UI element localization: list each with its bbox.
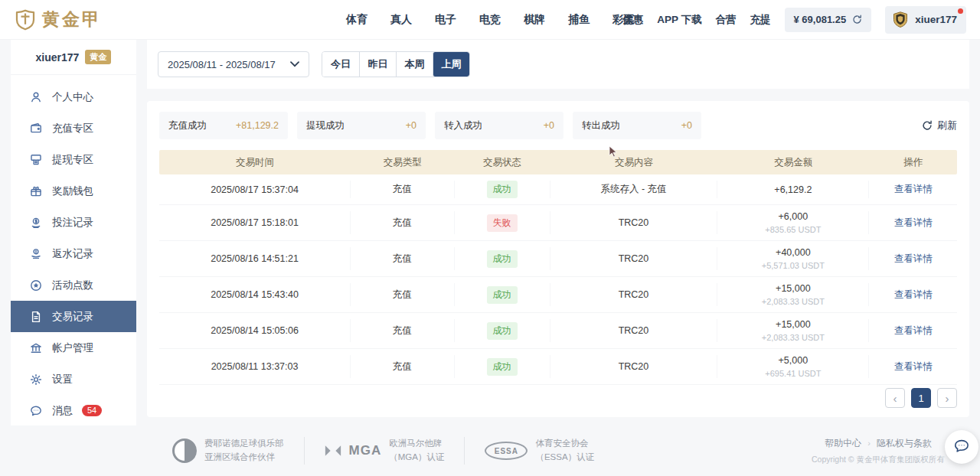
prev-page-button[interactable]: ‹: [885, 388, 905, 408]
sidebar-user: xiuer177 黄金: [11, 40, 136, 75]
status-badge: 失败: [487, 214, 518, 232]
partner-text: 亚洲区域合作伙伴: [204, 451, 284, 465]
refresh-label: 刷新: [937, 119, 957, 132]
view-details-link[interactable]: 查看详情: [894, 324, 933, 337]
cell-amount: +15,000 +2,083.33 USDT: [717, 283, 869, 306]
table-header: 交易时间 交易类型 交易状态 交易内容 交易金额 操作: [159, 150, 957, 174]
summary-value: +0: [406, 120, 416, 131]
sidebar-item-label: 活动点数: [52, 279, 93, 292]
sidebar-item-deposit[interactable]: 充值专区: [11, 112, 136, 144]
refresh-button[interactable]: 刷新: [922, 119, 957, 132]
view-details-link[interactable]: 查看详情: [894, 253, 933, 266]
amount-usdt-sub: +835.65 USDT: [765, 225, 821, 234]
date-range-picker[interactable]: 2025/08/11 - 2025/08/17: [158, 51, 309, 77]
sidebar-item-personal-center[interactable]: 个人中心: [11, 81, 136, 112]
top-bar: 黄金甲 体育 真人 电子 电竞 棋牌 捕鱼 彩票 优惠 APP 下载 合营 充提…: [0, 0, 980, 40]
sidebar-item-settings[interactable]: 设置: [11, 364, 136, 395]
summary-label: 转入成功: [444, 119, 482, 132]
nav-cards[interactable]: 棋牌: [524, 13, 545, 27]
vip-level-badge: 黄金: [85, 50, 111, 64]
tab-this-week[interactable]: 本周: [396, 52, 433, 77]
gear-icon: [29, 373, 43, 386]
logo-text: 黄金甲: [42, 8, 102, 31]
sidebar-item-withdraw[interactable]: 提现专区: [11, 144, 136, 175]
nav-lottery[interactable]: 彩票: [612, 13, 634, 27]
summary-card-deposit-success: 充值成功 +81,129.2: [159, 112, 288, 139]
document-icon: [29, 310, 43, 324]
pagination: ‹ 1 ›: [885, 388, 957, 408]
partner-text: 欧洲马尔他牌: [389, 437, 444, 451]
link-affiliate[interactable]: 合营: [716, 13, 737, 27]
sidebar-item-rebate-records[interactable]: 返水记录: [11, 238, 136, 269]
partner-text: （ESSA）认证: [535, 451, 594, 465]
next-page-button[interactable]: ›: [937, 388, 957, 408]
table-row: 2025/08/16 14:51:21 充值 成功 TRC20 +40,000 …: [159, 241, 957, 277]
sidebar-item-bet-records[interactable]: 投注记录: [11, 207, 136, 238]
view-details-link[interactable]: 查看详情: [894, 217, 933, 230]
footer-right: 帮助中心 › 隐私权与条款 Copyright © 黄金甲体育集团版权所有: [812, 437, 945, 465]
sidebar-item-label: 返水记录: [52, 247, 93, 261]
cell-content: 系统存入 - 充值: [550, 181, 718, 198]
view-details-link[interactable]: 查看详情: [894, 360, 933, 373]
date-range-value: 2025/08/11 - 2025/08/17: [168, 59, 276, 70]
cell-amount: +6,129.2: [717, 181, 869, 198]
nav-esports[interactable]: 电竞: [479, 13, 501, 27]
cell-content: TRC20: [550, 319, 718, 342]
view-details-link[interactable]: 查看详情: [894, 289, 933, 302]
cell-type: 充值: [351, 319, 454, 342]
balance-pill[interactable]: ¥ 69,081.25: [785, 8, 872, 32]
summary-card-withdraw-success: 提现成功 +0: [297, 112, 426, 139]
view-details-link[interactable]: 查看详情: [894, 183, 933, 196]
nav-slots[interactable]: 电子: [435, 13, 456, 27]
user-menu[interactable]: xiuer177: [885, 6, 966, 34]
sidebar-item-transaction-records[interactable]: 交易记录: [11, 301, 136, 332]
link-app-download[interactable]: APP 下载: [657, 13, 701, 27]
summary-value: +81,129.2: [236, 120, 279, 131]
tab-last-week[interactable]: 上周: [433, 52, 469, 77]
link-deposit-withdraw[interactable]: 充提: [750, 13, 771, 27]
status-badge: 成功: [487, 322, 518, 340]
cell-type: 充值: [351, 355, 454, 378]
sidebar-item-account-management[interactable]: 帐户管理: [11, 332, 136, 364]
privacy-terms-link[interactable]: 隐私权与条款: [877, 437, 932, 450]
sidebar-item-reward-wallet[interactable]: 奖励钱包: [11, 175, 136, 207]
summary-label: 充值成功: [168, 119, 207, 132]
gift-icon: [29, 184, 43, 198]
tab-today[interactable]: 今日: [322, 52, 359, 77]
tab-yesterday[interactable]: 昨日: [359, 52, 396, 77]
page-1-button[interactable]: 1: [911, 388, 931, 408]
cell-action: 查看详情: [869, 181, 957, 198]
copyright-text: Copyright © 黄金甲体育集团版权所有: [812, 455, 945, 465]
amount-usdt-sub: +2,083.33 USDT: [762, 333, 825, 342]
refresh-balance-icon[interactable]: [852, 15, 862, 24]
sidebar-item-messages[interactable]: 消息 54: [11, 395, 136, 426]
sidebar-item-activity-points[interactable]: 活动点数: [11, 269, 136, 301]
star-circle-icon: [29, 279, 43, 292]
main-content: 2025/08/11 - 2025/08/17 今日 昨日 本周 上周 充值成功…: [147, 40, 969, 417]
site-logo[interactable]: 黄金甲: [14, 8, 102, 31]
help-center-link[interactable]: 帮助中心: [825, 437, 861, 450]
amount-main: +5,000: [779, 355, 808, 366]
partner-essa: ESSA 体育安全协会 （ESSA）认证: [465, 437, 614, 465]
cell-content: TRC20: [550, 355, 718, 378]
nav-fishing[interactable]: 捕鱼: [568, 13, 590, 27]
status-badge: 成功: [487, 181, 518, 198]
cell-content: TRC20: [550, 247, 718, 270]
sidebar-username: xiuer177: [36, 51, 80, 64]
customer-service-chat-button[interactable]: [945, 430, 978, 464]
cell-status: 成功: [455, 283, 550, 306]
nav-sports[interactable]: 体育: [346, 13, 368, 27]
cell-time: 2025/08/11 13:37:03: [159, 355, 351, 378]
status-badge: 成功: [487, 250, 518, 268]
bet-record-icon: [29, 216, 43, 230]
cell-action: 查看详情: [869, 211, 957, 234]
sidebar-item-label: 提现专区: [52, 153, 93, 167]
table-row: 2025/08/17 15:18:01 充值 失败 TRC20 +6,000 +…: [159, 205, 957, 241]
transactions-table: 交易时间 交易类型 交易状态 交易内容 交易金额 操作 2025/08/17 1…: [159, 150, 957, 385]
nav-live[interactable]: 真人: [390, 13, 412, 27]
summary-label: 提现成功: [306, 119, 345, 132]
sidebar-item-label: 充值专区: [52, 122, 93, 135]
cell-action: 查看详情: [869, 283, 957, 306]
cell-status: 成功: [455, 319, 550, 342]
summary-card-transfer-in-success: 转入成功 +0: [435, 112, 564, 139]
